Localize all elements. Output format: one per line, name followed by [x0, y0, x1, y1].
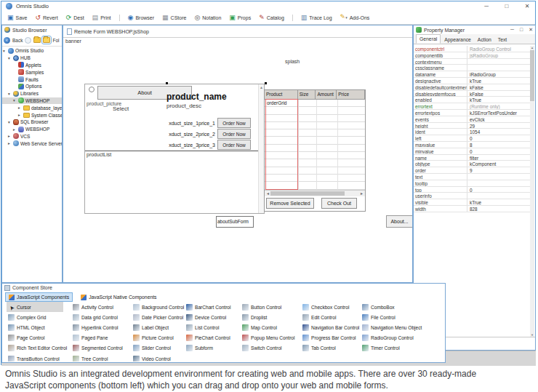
- sidebar-item-libraries[interactable]: ▾ Libraries: [2, 90, 62, 97]
- sidebar-item-webshop[interactable]: ▸ WEBSHOP: [2, 126, 62, 133]
- scroll-up-icon[interactable]: ▲: [530, 46, 534, 49]
- property-row[interactable]: top 0: [414, 187, 531, 193]
- maximize-icon[interactable]: □: [502, 1, 512, 11]
- property-row[interactable]: dataname iRadioGroup: [414, 71, 531, 78]
- splash-field[interactable]: splash: [285, 59, 300, 64]
- component-transbutton-control[interactable]: TransButton Control: [7, 353, 71, 361]
- property-value[interactable]: 0: [467, 187, 531, 193]
- component-tab-control[interactable]: Tab Control: [301, 343, 361, 353]
- component-video-control[interactable]: Video Control: [132, 353, 185, 361]
- banner-field[interactable]: banner: [65, 39, 81, 44]
- about-subform-field[interactable]: aboutSubForm: [216, 216, 254, 228]
- component-date-picker-control[interactable]: Date Picker Control: [132, 312, 185, 322]
- back-icon[interactable]: ‹: [4, 37, 10, 44]
- property-row[interactable]: userinfo: [414, 193, 531, 199]
- property-row[interactable]: disabledefaultcontextmenu kFalse: [414, 84, 531, 91]
- property-row[interactable]: disablesystemfocus kFalse: [414, 91, 531, 97]
- property-row[interactable]: errortextpos kJSErrorTextPosUnder: [414, 110, 531, 116]
- design-tab[interactable]: Remote Form WEBSHOP.jsShop: [67, 28, 149, 35]
- grid-column-header[interactable]: Price: [337, 90, 365, 99]
- property-value[interactable]: 9: [467, 167, 531, 173]
- property-value[interactable]: kTrue: [467, 97, 531, 103]
- property-row[interactable]: cssclassname: [414, 65, 531, 71]
- component-activity-control[interactable]: Activity Control: [71, 302, 132, 312]
- property-row[interactable]: left 0: [414, 135, 531, 142]
- sidebar-item-webshop[interactable]: ▾ WEBSHOP: [2, 97, 62, 105]
- product-desc-field[interactable]: product_desc: [166, 103, 201, 109]
- component-data-grid-control[interactable]: Data grid Control: [71, 312, 132, 322]
- tree-caret-icon[interactable]: ▾: [8, 92, 12, 96]
- property-row[interactable]: componentlib jsRadioGroup: [414, 52, 531, 59]
- check-out-button[interactable]: Check Out: [321, 198, 357, 209]
- property-value[interactable]: kTrue: [467, 78, 531, 84]
- property-value[interactable]: filter: [467, 155, 531, 161]
- tree-caret-icon[interactable]: ▸: [18, 113, 22, 117]
- property-row[interactable]: events evClick: [414, 116, 531, 123]
- property-row[interactable]: height 29: [414, 123, 531, 129]
- component-label-object[interactable]: Label Object: [132, 322, 185, 332]
- tree-caret-icon[interactable]: ▸: [8, 141, 12, 145]
- about-button[interactable]: About...: [386, 215, 413, 228]
- component-droplist[interactable]: Droplist: [241, 312, 301, 322]
- component-page-control[interactable]: Page Control: [7, 333, 71, 343]
- folders-view-icon[interactable]: [43, 37, 50, 43]
- sidebar-item-applets[interactable]: Applets: [2, 62, 62, 69]
- close-icon[interactable]: ✕: [529, 27, 533, 33]
- tab-general[interactable]: General: [416, 34, 441, 44]
- property-row[interactable]: text: [414, 174, 531, 180]
- component-combobox[interactable]: ComboBox: [361, 302, 445, 312]
- property-row[interactable]: width 828: [414, 206, 531, 212]
- dest-button[interactable]: Dest: [66, 15, 84, 21]
- component-checkbox-control[interactable]: Checkbox Control: [301, 302, 361, 312]
- property-value[interactable]: kFalse: [467, 91, 531, 97]
- remove-selected-button[interactable]: Remove Selected: [266, 198, 314, 209]
- minimize-icon[interactable]: ─: [510, 27, 514, 33]
- grid-hscrollbar[interactable]: ◄ ►: [265, 190, 365, 196]
- component-edit-control[interactable]: Edit Control: [301, 312, 361, 322]
- form-scrollbar[interactable]: [258, 84, 264, 213]
- property-value[interactable]: 0: [467, 135, 531, 141]
- close-icon[interactable]: ✕: [522, 1, 532, 11]
- component-navigation-bar-control[interactable]: Navigation Bar Control: [301, 322, 361, 332]
- sidebar-item-database-layer[interactable]: ▸ database_layer: [2, 104, 62, 111]
- order-now-button[interactable]: Order Now: [217, 118, 251, 128]
- save-button[interactable]: Save: [7, 15, 27, 21]
- trace-log-button[interactable]: Trace Log: [301, 15, 332, 21]
- property-value[interactable]: kFalse: [467, 84, 531, 90]
- sidebar-item-vcs[interactable]: ▸ VCS: [2, 133, 62, 140]
- sidebar-item-system-classes[interactable]: ▸ System Classes: [2, 111, 62, 119]
- forward-icon[interactable]: [25, 37, 31, 44]
- property-row[interactable]: minvalue 0: [414, 148, 531, 155]
- component-paged-pane[interactable]: Paged Pane: [71, 333, 132, 343]
- property-value[interactable]: [467, 193, 531, 199]
- tree-caret-icon[interactable]: ▸: [18, 105, 22, 110]
- grid-column-header[interactable]: Amount: [316, 90, 337, 99]
- property-value[interactable]: [467, 59, 531, 65]
- sidebar-item-omnis-studio[interactable]: ▾ Omnis Studio: [2, 47, 62, 55]
- component-piechart-control[interactable]: PieChart Control: [185, 333, 241, 343]
- property-row[interactable]: maxvalue 8: [414, 142, 531, 148]
- browser-button[interactable]: Browser: [128, 15, 155, 21]
- property-value[interactable]: [467, 174, 531, 180]
- component-html-object[interactable]: HTML Object: [7, 322, 71, 332]
- scroll-left-icon[interactable]: ◄: [266, 191, 270, 196]
- component-list-control[interactable]: List Control: [185, 322, 241, 332]
- tree-caret-icon[interactable]: ▸: [8, 134, 12, 138]
- product-name-field[interactable]: product_name: [166, 92, 227, 102]
- property-row[interactable]: visible kTrue: [414, 199, 531, 206]
- component-hyperlink-control[interactable]: Hyperlink Control: [71, 322, 132, 332]
- selection-handle[interactable]: [265, 82, 267, 84]
- property-value[interactable]: [467, 65, 531, 71]
- property-row[interactable]: order 9: [414, 167, 531, 174]
- property-value[interactable]: 1054: [467, 129, 531, 135]
- sidebar-item-hub[interactable]: ▾ HUB: [2, 55, 62, 62]
- order-now-button[interactable]: Order Now: [217, 129, 251, 139]
- property-value[interactable]: evClick: [467, 116, 531, 122]
- sidebar-item-sql-browser[interactable]: ▾ SQL Browser: [2, 119, 62, 126]
- sidebar-item-options[interactable]: Options: [2, 83, 62, 90]
- product-list-field[interactable]: productList: [87, 152, 111, 157]
- component-file-control[interactable]: File Control: [361, 312, 445, 322]
- property-value[interactable]: 8: [467, 142, 531, 148]
- pager-dot-icon[interactable]: [89, 87, 95, 92]
- grid-column-header[interactable]: Size: [298, 90, 316, 99]
